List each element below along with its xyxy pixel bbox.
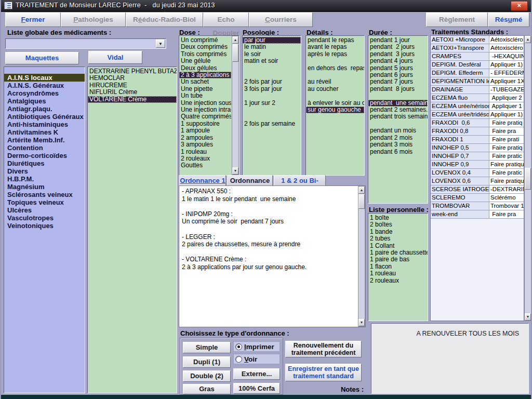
list-item[interactable]: Anti-histaminiques (4, 121, 85, 128)
list-item[interactable]: Magnésium (4, 183, 85, 191)
list-item[interactable] (243, 72, 301, 78)
list-item[interactable]: 1 rouleau (368, 270, 428, 277)
list-item[interactable]: Contention (4, 144, 85, 152)
list-item[interactable]: Un sachet (179, 78, 231, 85)
tab-1-2-ou-bi-zone[interactable]: 1 & 2 ou Bi-zone (274, 175, 326, 186)
notes-panel[interactable]: A RENOUVELER TOUS LES MOIS (371, 323, 529, 394)
list-item[interactable]: pendant 4 jours (368, 58, 428, 64)
list-item[interactable]: sur genou gaouche (306, 107, 364, 113)
table-row[interactable]: SCEROSE IATROGENE-DEXTRARIN (431, 185, 524, 194)
list-item[interactable]: Deux comprimés (179, 44, 231, 50)
list-item[interactable]: Artérite Memb.Inf. (4, 136, 85, 144)
list-item[interactable]: après le repas (306, 51, 364, 58)
list-item[interactable]: Une gélule (179, 58, 231, 64)
list-item[interactable]: 3 ampoules (179, 141, 231, 148)
list-item[interactable] (243, 107, 301, 113)
maquettes-button[interactable]: Maquettes (5, 52, 79, 64)
list-item[interactable]: 1 rouleau (179, 149, 231, 155)
scroll-up-icon[interactable]: ▲ (525, 36, 531, 43)
list-item[interactable]: Topiques veineux (4, 198, 85, 206)
list-item[interactable]: Une injection sous-c (179, 100, 231, 107)
scroll-down-icon[interactable]: ▼ (525, 313, 531, 321)
list-item[interactable]: Deux gélules (179, 65, 231, 72)
list-item[interactable] (243, 113, 301, 120)
list-item[interactable]: au coucher (306, 86, 364, 92)
list-item[interactable]: Trois comprimés (179, 51, 231, 58)
list-item[interactable]: 1 suppositoire (179, 121, 231, 127)
list-item[interactable]: pendant 6 jours (368, 72, 428, 78)
list-item[interactable]: Divers (4, 167, 85, 175)
list-item[interactable]: Dermo-corticoïdes (4, 152, 85, 159)
table-row[interactable]: FRAXODI 0,6 Faire pratiq (431, 119, 524, 127)
prescription-text[interactable]: - APRANAX 550 : 1 le matin 1 le soir pen… (179, 185, 366, 327)
list-item[interactable]: 2 tubes (368, 235, 428, 242)
list-item[interactable] (368, 121, 428, 127)
list-item[interactable]: Veinotoniques (4, 222, 85, 230)
list-item[interactable]: pendant trois semaines (368, 113, 428, 120)
tab-ordonnance-2[interactable]: Ordonnance 2 (227, 175, 273, 186)
list-item[interactable] (368, 92, 428, 99)
scroll-up-icon[interactable]: ▲ (358, 187, 365, 194)
traitements-table[interactable]: AETOXI +MicroporeAétoxiscléroAETOXI+Tran… (430, 35, 524, 321)
list-item[interactable]: le soir (243, 51, 301, 58)
tab-pathologies[interactable]: Pathologies (61, 12, 126, 27)
list-item[interactable]: 3 fois par jour (243, 86, 301, 92)
tab-echo-doppler[interactable]: Echo Doppler (203, 12, 249, 27)
table-row[interactable]: FRAXODI 1 Faire prati (431, 136, 524, 144)
table-row[interactable]: SCLEREMOSclérémo (431, 194, 524, 202)
list-item[interactable]: Antalgiques (4, 97, 85, 105)
table-row[interactable]: DRAINAGE-TUBEGAZE (431, 86, 524, 94)
close-button[interactable]: ✕ (511, 1, 528, 11)
table-row[interactable]: CRAMPES -HEXAQUIN (431, 52, 524, 61)
double-button[interactable]: Double (2) (183, 370, 231, 382)
list-item[interactable]: en dehors des repas (306, 65, 364, 72)
list-item[interactable]: pendant 1 jour (368, 37, 428, 44)
list-item[interactable]: Un comprimé (179, 37, 231, 44)
table-row[interactable]: AETOXI+TransporeAétoxiscléro (431, 44, 524, 52)
externe-button[interactable]: Externe... (233, 368, 280, 380)
liste-personnelle-list[interactable]: 1 boîte2 boîtes1 bande2 tubes1 Collant1 … (368, 213, 428, 321)
list-item[interactable]: HEMOCLAR (88, 75, 177, 82)
table-row[interactable]: INNOHEP 0,5 Faire pratiq (431, 144, 524, 152)
imprimer-radio[interactable]: Imprimer (233, 341, 280, 352)
scroll-up-icon[interactable]: ▲ (232, 36, 238, 44)
categories-list[interactable]: A.I.N.S locauxA.I.N.S. GénérauxAcrosyndr… (4, 66, 85, 393)
list-item[interactable]: 1 boîte (368, 215, 428, 221)
list-item[interactable]: pendant 3 mois (368, 141, 428, 148)
voir-radio[interactable]: Voir (233, 354, 280, 364)
table-row[interactable]: FRAXODI 0,8 Faire pra (431, 127, 524, 136)
list-item[interactable] (243, 65, 301, 72)
list-item[interactable]: 1 paire de chaussettes (368, 249, 428, 256)
list-item[interactable]: 1 ampoule (179, 127, 231, 134)
medication-combo[interactable]: ▼ (5, 38, 166, 49)
list-item[interactable]: pendant 8 jours (368, 86, 428, 92)
scroll-down-icon[interactable]: ▼ (232, 167, 238, 175)
list-item[interactable]: au réveil (306, 78, 364, 85)
tab-resume[interactable]: Résumé (488, 12, 529, 27)
medications-list[interactable]: DEXTRARINE PHENYL BUTAZONE CrHEMOCLARHIR… (87, 66, 177, 393)
list-item[interactable]: pendant 6 mois (368, 149, 428, 155)
list-item[interactable]: pendant le repas (306, 37, 364, 44)
tab-reeduc-radio-biol[interactable]: Rééduc-Radio-Biol (126, 12, 203, 27)
list-item[interactable]: Vasculotropes (4, 214, 85, 222)
list-item[interactable]: DEXTRARINE PHENYL BUTAZONE Cr (88, 68, 177, 75)
list-item[interactable]: par jour (243, 37, 301, 44)
list-item[interactable]: pendant 5 jours (368, 65, 428, 72)
list-item[interactable]: 2 fois par jour (243, 78, 301, 85)
tab-fermer[interactable]: Fermer (5, 12, 61, 27)
list-item[interactable]: matin et soir (243, 58, 301, 64)
list-item[interactable]: 2 fois par semaine (243, 121, 301, 127)
scroll-down-icon[interactable]: ▼ (358, 319, 365, 326)
list-item[interactable]: H.B.P.M. (4, 175, 85, 183)
table-row[interactable]: DEPIGM. DesféralAppliquer 1) (431, 61, 524, 69)
list-item[interactable]: NIFLURIL Crème (88, 89, 177, 96)
list-item[interactable]: Sclérosants veineux (4, 191, 85, 198)
posologie-list[interactable]: par jourle matinle soirmatin et soir 2 f… (242, 35, 301, 176)
list-item[interactable]: A.I.N.S. Généraux (4, 82, 85, 89)
dupli-button[interactable]: Dupli (1) (183, 356, 231, 368)
dose-list[interactable]: Un compriméDeux comprimésTrois comprimés… (179, 35, 240, 176)
list-item[interactable]: 1 jour sur 2 (243, 100, 301, 107)
table-row[interactable]: LOVENOX 0,6Faire pratiqu (431, 177, 524, 185)
list-item[interactable]: 1 bande (368, 229, 428, 235)
list-item[interactable]: Gouttes (179, 162, 231, 169)
